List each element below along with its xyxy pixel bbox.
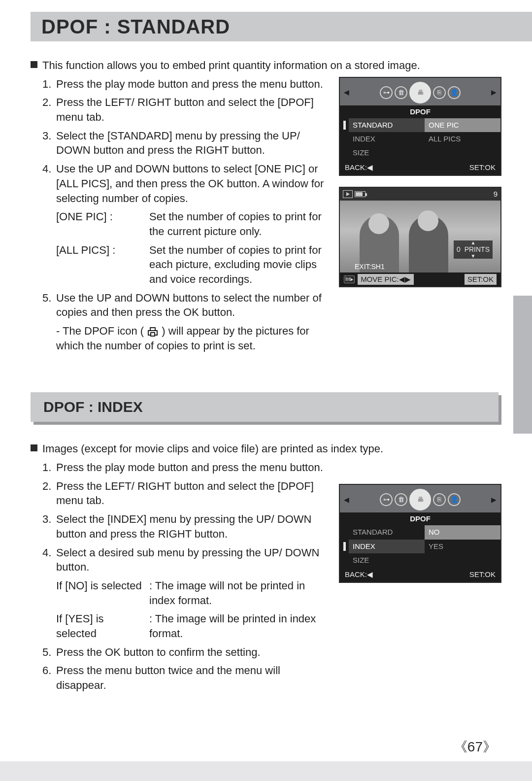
- menu-item-yes: YES: [425, 540, 500, 553]
- svg-rect-2: [151, 333, 155, 336]
- print-tab-icon: 🖶: [409, 489, 431, 510]
- standard-steps-2: 5.Use the UP and DOWN buttons to select …: [31, 291, 332, 320]
- right-arrow-icon: ▶: [491, 88, 497, 97]
- onepic-label: [ONE PIC] :: [56, 209, 146, 238]
- person-icon: 👤: [448, 86, 461, 99]
- yes-label: If [YES] is selected: [56, 611, 146, 641]
- page-title: DPOF : STANDARD: [41, 13, 230, 40]
- index-steps: 1.Press the play mode button and press t…: [31, 460, 332, 575]
- person-icon: 👤: [448, 493, 461, 506]
- right-arrow-icon: ▶: [491, 495, 497, 505]
- intro-text: Images (except for movie clips and voice…: [42, 441, 383, 456]
- lcd-menu-title: DPOF: [340, 105, 500, 118]
- yes-desc: : The image will be printed in index for…: [149, 611, 332, 641]
- svg-rect-1: [150, 328, 155, 331]
- lcd-back-label: BACK:◀: [345, 163, 373, 172]
- no-def: If [NO] is selected : The image will not…: [31, 578, 332, 608]
- allpics-label: [ALL PICS] :: [56, 243, 146, 287]
- camera-lcd-dpof-index: ◀ ⊶ 🗑 🖶 ⎘ 👤 ▶ DPOF STANDARD N: [339, 484, 501, 583]
- menu-item-no: NO: [425, 525, 500, 539]
- list-item: 2.Press the LEFT/ RIGHT button and selec…: [56, 479, 332, 508]
- menu-item-onepic: ONE PIC: [425, 118, 500, 132]
- bottom-decor-strip: [0, 761, 532, 781]
- list-item: 2.Press the LEFT/ RIGHT button and selec…: [56, 95, 332, 124]
- int-icon: Int▸: [344, 275, 355, 283]
- prints-spinner: ▲ 0 PRINTS ▼: [454, 240, 493, 259]
- section-standard: This function allows you to embed print …: [0, 41, 532, 353]
- lcd-set-label: SET:OK: [469, 570, 496, 579]
- square-bullet-icon: [31, 444, 37, 451]
- camera-lcd-dpof-standard: ◀ ⊶ 🗑 🖶 ⎘ 👤 ▶ DPOF STANDARD O: [339, 77, 501, 176]
- page-number: 《67》: [454, 738, 497, 756]
- menu-item-standard: STANDARD: [349, 118, 425, 132]
- section-index: Images (except for movie clips and voice…: [0, 425, 532, 696]
- key-icon: ⊶: [380, 493, 393, 506]
- list-item: 4.Use the UP and DOWN buttons to select …: [56, 162, 332, 205]
- menu-item-size: SIZE: [349, 553, 425, 567]
- allpics-desc: Set the number of copies to print for ea…: [149, 243, 332, 287]
- trash-icon: 🗑: [395, 86, 407, 99]
- list-item: 5.Use the UP and DOWN buttons to select …: [56, 291, 332, 320]
- battery-icon: [355, 191, 366, 197]
- dpof-print-icon: [147, 327, 159, 337]
- menu-item-standard: STANDARD: [349, 525, 425, 539]
- menu-item-index: INDEX: [349, 132, 425, 146]
- subheader: DPOF : INDEX: [31, 392, 501, 425]
- yes-def: If [YES] is selected : The image will be…: [31, 611, 332, 641]
- intro-row: This function allows you to embed print …: [31, 58, 501, 73]
- intro-row: Images (except for movie clips and voice…: [31, 441, 501, 456]
- set-ok-label: SET:OK: [465, 274, 497, 285]
- list-item: 3.Select the [STANDARD] menu by pressing…: [56, 129, 332, 158]
- subheader-title: DPOF : INDEX: [43, 397, 143, 417]
- no-label: If [NO] is selected: [56, 578, 146, 608]
- allpics-def: [ALL PICS] : Set the number of copies to…: [31, 243, 332, 287]
- dpof-note: - The DPOF icon ( ) will appear by the p…: [31, 324, 332, 353]
- copy-icon: ⎘: [433, 86, 446, 99]
- row-marker: [340, 118, 349, 132]
- camera-lcd-prints: 9 ▲ 0 PRINTS ▼ EXIT:SH1 Int▸ MOVE PIC:◀▶…: [339, 187, 501, 287]
- no-desc: : The image will not be printed in index…: [149, 578, 332, 608]
- index-steps-2: 5.Press the OK button to confirm the set…: [31, 645, 332, 693]
- print-tab-icon: 🖶: [409, 82, 431, 103]
- list-item: 1.Press the play mode button and press t…: [56, 77, 332, 92]
- menu-item-size: SIZE: [349, 146, 425, 160]
- list-item: 3.Select the [INDEX] menu by pressing th…: [56, 512, 332, 541]
- page-header: DPOF : STANDARD: [31, 12, 532, 41]
- lcd-menu-title: DPOF: [340, 512, 500, 525]
- intro-text: This function allows you to embed print …: [42, 58, 420, 73]
- move-pic-label: MOVE PIC:◀▶: [358, 274, 414, 285]
- standard-steps: 1.Press the play mode button and press t…: [31, 77, 332, 206]
- exit-label: EXIT:SH1: [355, 262, 385, 272]
- trash-icon: 🗑: [395, 493, 407, 506]
- list-item: 6.Press the menu button twice and the me…: [56, 663, 332, 692]
- onepic-def: [ONE PIC] : Set the number of copies to …: [31, 209, 332, 238]
- left-arrow-icon: ◀: [344, 495, 349, 505]
- page-thumb-tab: [513, 296, 532, 434]
- menu-item-allpics: ALL PICS: [425, 132, 500, 146]
- copy-icon: ⎘: [433, 493, 446, 506]
- row-marker: [340, 540, 349, 553]
- list-item: 4.Select a desired sub menu by pressing …: [56, 545, 332, 575]
- playback-icon: [343, 190, 353, 198]
- menu-item-index: INDEX: [349, 540, 425, 553]
- list-item: 1.Press the play mode button and press t…: [56, 460, 332, 475]
- onepic-desc: Set the number of copies to print for th…: [149, 209, 332, 238]
- left-arrow-icon: ◀: [344, 88, 349, 97]
- list-item: 5.Press the OK button to confirm the set…: [56, 645, 332, 660]
- key-icon: ⊶: [380, 86, 393, 99]
- square-bullet-icon: [31, 61, 37, 68]
- lcd-back-label: BACK:◀: [345, 570, 373, 579]
- lcd-set-label: SET:OK: [469, 163, 496, 172]
- frame-count: 9: [494, 189, 498, 199]
